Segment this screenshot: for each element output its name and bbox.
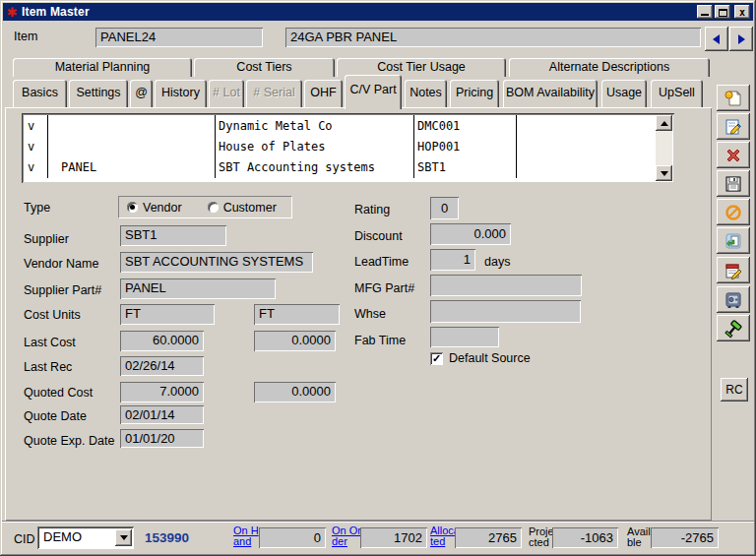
rating-field[interactable]: 0 [430,197,459,219]
quote-date-field[interactable]: 02/01/14 [120,405,204,424]
tab-cv-part[interactable]: C/V Part [345,75,402,109]
tab-alternate-descriptions[interactable]: Alternate Descriptions [509,58,710,77]
close-button[interactable]: x [734,5,750,19]
grid-cell[interactable] [61,137,209,157]
last-rec-label: Last Rec [24,360,72,374]
scroll-down-button[interactable] [656,165,672,181]
tab-ohf[interactable]: OHF [304,80,343,108]
import-document-icon [724,231,743,251]
tab-at[interactable]: @ [130,80,153,108]
audit-notes-button[interactable] [717,257,750,283]
last-cost-field-2[interactable]: 0.0000 [254,331,336,351]
close-icon: x [739,6,745,19]
grid-cell[interactable]: SBT Accounting systems [219,157,410,178]
tab-usage[interactable]: Usage [601,80,647,108]
radio-vendor-label: Vendor [143,201,182,215]
grid-cell[interactable]: HOP001 [417,137,514,157]
radio-unselected-icon [208,202,219,213]
grid-col-flag: v v v [28,116,45,178]
next-item-button[interactable] [729,27,753,51]
source-grid[interactable]: v v v PANEL Dynamic Metal Co House of Pl… [22,113,674,183]
discount-field[interactable]: 0.000 [430,223,511,245]
maximize-button[interactable] [715,5,730,19]
grid-cell[interactable]: PANEL [61,157,209,178]
whse-dropdown[interactable] [430,300,581,323]
type-label: Type [24,201,50,215]
tab-lot: # Lot [209,80,244,108]
cid-combobox[interactable]: DEMO [37,526,134,549]
quoted-cost-field-2[interactable]: 0.0000 [254,382,336,402]
previous-item-button[interactable] [705,27,728,51]
tab-pricing[interactable]: Pricing [450,80,499,108]
save-record-button[interactable] [717,170,750,197]
default-source-checkbox-row[interactable]: ✓ Default Source [430,351,531,365]
tab-cost-tiers[interactable]: Cost Tiers [194,58,335,77]
available-field: -2765 [651,527,719,548]
last-cost-field-1[interactable]: 60.0000 [120,331,204,351]
grid-cell[interactable]: v [28,137,45,157]
cid-dropdown-button[interactable] [115,529,132,546]
new-record-button[interactable] [717,85,750,111]
cost-units-field-2[interactable]: FT [254,304,340,325]
rc-button[interactable]: RC [721,378,748,402]
maximize-icon [719,9,727,17]
grid-cell[interactable]: v [28,157,45,178]
cid-value: DEMO [43,529,82,544]
grid-separator [413,115,414,178]
delete-record-button[interactable] [717,142,750,168]
quote-exp-date-field[interactable]: 01/01/20 [120,429,204,448]
radio-customer[interactable]: Customer [208,201,277,215]
radio-vendor[interactable]: Vendor [127,201,182,215]
grid-scrollbar[interactable] [656,115,672,181]
save-floppy-icon [724,174,743,194]
fab-time-field[interactable] [430,327,499,347]
mfg-part-field[interactable] [430,275,582,296]
tab-bom-availability[interactable]: BOM Availability [503,80,598,108]
tab-upsell[interactable]: UpSell [651,80,703,108]
vendor-name-field[interactable]: SBT ACCOUNTING SYSTEMS [120,252,313,273]
gavel-button[interactable] [717,315,750,341]
grid-cell[interactable]: SBT1 [417,157,514,178]
tab-material-planning[interactable]: Material Planning [13,58,192,77]
item-description-field[interactable]: 24GA PBR PANEL [285,28,701,47]
delete-x-icon [724,146,743,165]
vendor-name-label: Vendor Name [24,257,98,271]
on-order-link[interactable]: On Order [332,525,361,547]
grid-cell[interactable]: Dynamic Metal Co [219,116,410,137]
tab-notes[interactable]: Notes [405,80,447,108]
on-order-field: 1702 [360,527,427,548]
checkbox-checked-icon[interactable]: ✓ [430,352,443,365]
tab-history[interactable]: History [155,80,207,108]
item-code-field[interactable]: PANEL24 [95,28,263,47]
grid-cell[interactable] [61,116,209,137]
last-rec-field[interactable]: 02/26/14 [120,356,204,376]
import-button[interactable] [717,227,750,254]
tab-settings[interactable]: Settings [69,80,128,108]
default-source-label: Default Source [449,351,531,365]
supplier-field[interactable]: SBT1 [120,225,226,246]
grid-cell[interactable]: DMC001 [417,116,514,137]
item-label: Item [14,30,37,43]
quoted-cost-label: Quoted Cost [24,386,93,400]
tab-basics[interactable]: Basics [13,80,67,108]
edit-record-button[interactable] [717,113,750,140]
whse-label: Whse [354,307,386,321]
minimize-icon [701,14,709,16]
minimize-button[interactable] [697,5,713,19]
scroll-up-button[interactable] [656,115,672,131]
quoted-cost-field-1[interactable]: 7.0000 [120,382,204,402]
vault-button[interactable] [717,286,750,313]
lead-time-suffix: days [484,255,510,269]
supplier-part-field[interactable]: PANEL [120,278,276,299]
grid-cell[interactable]: House of Plates [219,137,410,157]
cost-units-field-1[interactable]: FT [120,304,215,325]
cancel-button[interactable] [717,199,750,225]
grid-cell[interactable]: v [28,116,45,137]
lead-time-field[interactable]: 1 [430,249,475,271]
quote-date-label: Quote Date [24,409,87,423]
cancel-circle-icon [724,203,743,222]
grid-col-part: PANEL [61,116,209,178]
arrow-right-icon [735,33,747,45]
document-coin-icon [724,89,743,108]
grid-separator [215,115,216,178]
